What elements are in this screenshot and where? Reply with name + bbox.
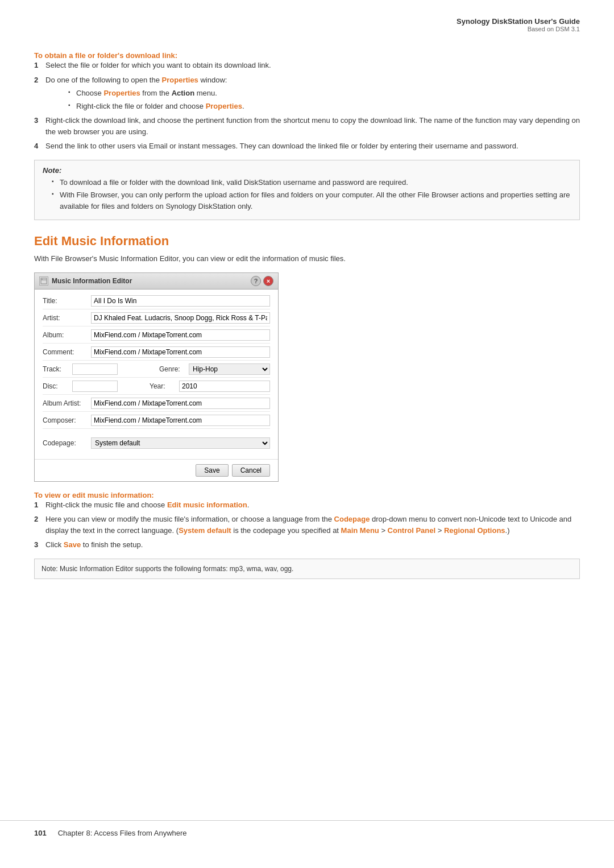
note-bullet-1: To download a file or folder with the do…: [52, 177, 571, 188]
note-text-2: Music Information Editor supports the fo…: [60, 565, 293, 573]
disc-field-label: Disc:: [43, 382, 72, 390]
properties-link-3: Properties: [206, 102, 242, 110]
note-bullets: To download a file or folder with the do…: [52, 177, 571, 212]
download-note-box: Note: To download a file or folder with …: [34, 160, 580, 221]
genre-field-group: Genre: Hip-Hop: [159, 363, 270, 375]
dialog-codepage-row: Codepage: System default: [43, 437, 270, 449]
view-edit-steps-section: To view or edit music information: Right…: [34, 491, 580, 579]
track-field-label: Track:: [43, 365, 72, 373]
dialog-artist-row: Artist:: [43, 312, 270, 326]
control-panel-link: Control Panel: [388, 526, 436, 535]
page-content: To obtain a file or folder's download li…: [0, 0, 614, 613]
page-footer: 101 Chapter 8: Access Files from Anywher…: [0, 820, 614, 845]
download-steps-list: Select the file or folder for which you …: [34, 60, 580, 152]
download-heading: To obtain a file or folder's download li…: [34, 51, 580, 60]
dialog-album-artist-row: Album Artist:: [43, 398, 270, 412]
view-edit-steps-list: Right-click the music file and choose Ed…: [34, 499, 580, 551]
page-header: Synology DiskStation User's Guide Based …: [457, 17, 580, 32]
genre-field-label: Genre:: [159, 365, 189, 373]
edit-music-info-link: Edit music information: [167, 501, 247, 509]
dialog-help-button[interactable]: ?: [251, 276, 261, 286]
codepage-field-select[interactable]: System default: [91, 437, 270, 449]
save-link: Save: [64, 540, 81, 549]
properties-link-1: Properties: [162, 76, 198, 84]
view-edit-heading: To view or edit music information:: [34, 491, 580, 499]
system-default-link: System default: [179, 526, 231, 535]
year-field-group: Year:: [150, 381, 270, 392]
step2-bullets: Choose Properties from the Action menu. …: [68, 88, 580, 111]
download-step-3: Right-click the download link, and choos…: [34, 115, 580, 137]
regional-options-link: Regional Options: [444, 526, 505, 535]
composer-field-label: Composer:: [43, 416, 91, 424]
title-field-input[interactable]: [91, 295, 270, 307]
dialog-close-button[interactable]: ×: [263, 276, 273, 286]
dialog-album-row: Album:: [43, 329, 270, 344]
comment-field-input[interactable]: [91, 346, 270, 358]
bullet-1: Choose Properties from the Action menu.: [68, 88, 580, 99]
properties-link-2: Properties: [103, 89, 140, 97]
bullet-2: Right-click the file or folder and choos…: [68, 101, 580, 112]
edit-music-note-box: Note: Music Information Editor supports …: [34, 559, 580, 579]
codepage-link: Codepage: [334, 515, 370, 523]
album-field-label: Album:: [43, 331, 91, 339]
note-bullet-2: With File Browser, you can only perform …: [52, 189, 571, 212]
view-edit-step-1: Right-click the music file and choose Ed…: [34, 499, 580, 511]
album-field-input[interactable]: [91, 329, 270, 341]
edit-music-section: Edit Music Information With File Browser…: [34, 234, 580, 579]
codepage-field-label: Codepage:: [43, 439, 91, 447]
dialog-title-text: Music Information Editor: [52, 277, 132, 285]
guide-title: Synology DiskStation User's Guide: [457, 17, 580, 26]
dialog-title-left: Music Information Editor: [39, 276, 132, 286]
dialog-comment-row: Comment:: [43, 346, 270, 361]
title-field-label: Title:: [43, 297, 91, 305]
dialog-track-genre-row: Track: Genre: Hip-Hop: [43, 363, 270, 378]
dialog-save-button[interactable]: Save: [196, 464, 228, 477]
view-edit-step-2: Here you can view or modify the music fi…: [34, 514, 580, 536]
artist-field-input[interactable]: [91, 312, 270, 324]
download-step-2: Do one of the following to open the Prop…: [34, 75, 580, 112]
note-label-2: Note:: [42, 565, 58, 573]
album-artist-field-label: Album Artist:: [43, 399, 91, 407]
dialog-controls[interactable]: ? ×: [251, 276, 273, 286]
year-field-label: Year:: [150, 382, 179, 390]
genre-field-select[interactable]: Hip-Hop: [189, 363, 270, 375]
download-step-1: Select the file or folder for which you …: [34, 60, 580, 71]
dialog-cancel-button[interactable]: Cancel: [232, 464, 270, 477]
dialog-title-row: Title:: [43, 295, 270, 309]
download-link-section: To obtain a file or folder's download li…: [34, 51, 580, 220]
main-content: To obtain a file or folder's download li…: [34, 51, 580, 579]
dialog-titlebar: Music Information Editor ? ×: [35, 273, 278, 290]
dialog-footer: Save Cancel: [35, 459, 278, 481]
music-info-dialog: Music Information Editor ? × Title:: [34, 272, 279, 482]
disc-field-input[interactable]: [72, 381, 118, 392]
main-menu-link: Main Menu: [341, 526, 379, 535]
track-field-input[interactable]: [72, 363, 118, 375]
dialog-title-icon: [39, 276, 48, 286]
page-number: 101: [34, 829, 47, 837]
year-field-input[interactable]: [179, 381, 270, 392]
edit-music-title: Edit Music Information: [34, 234, 580, 249]
disc-field-group: Disc:: [43, 381, 144, 392]
edit-music-intro: With File Browser's Music Information Ed…: [34, 253, 580, 264]
dialog-body: Title: Artist: Album: Comm: [35, 290, 278, 459]
view-edit-step-3: Click Save to finish the setup.: [34, 539, 580, 551]
note-label-1: Note:: [43, 166, 61, 175]
download-step-4: Send the link to other users via Email o…: [34, 140, 580, 152]
artist-field-label: Artist:: [43, 314, 91, 322]
guide-subtitle: Based on DSM 3.1: [457, 26, 580, 32]
comment-field-label: Comment:: [43, 348, 91, 356]
dialog-disc-year-row: Disc: Year:: [43, 381, 270, 395]
track-field-group: Track:: [43, 363, 154, 375]
dialog-composer-row: Composer:: [43, 415, 270, 429]
album-artist-field-input[interactable]: [91, 398, 270, 409]
chapter-label: Chapter 8: Access Files from Anywhere: [58, 829, 187, 837]
composer-field-input[interactable]: [91, 415, 270, 426]
